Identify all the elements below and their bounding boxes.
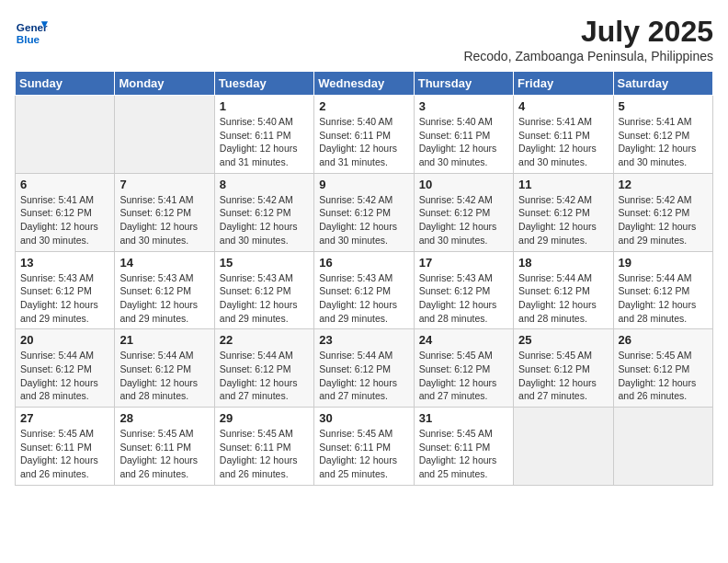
day-number: 13 bbox=[20, 256, 109, 270]
calendar-cell: 22Sunrise: 5:44 AMSunset: 6:12 PMDayligh… bbox=[214, 329, 313, 408]
day-info: Sunrise: 5:42 AMSunset: 6:12 PMDaylight:… bbox=[220, 193, 309, 247]
day-number: 31 bbox=[419, 411, 508, 425]
day-number: 4 bbox=[518, 99, 608, 113]
calendar-cell: 8Sunrise: 5:42 AMSunset: 6:12 PMDaylight… bbox=[214, 173, 313, 251]
day-number: 12 bbox=[619, 178, 708, 191]
day-info: Sunrise: 5:41 AMSunset: 6:11 PMDaylight:… bbox=[518, 115, 608, 169]
calendar-header-row: SundayMondayTuesdayWednesdayThursdayFrid… bbox=[16, 72, 713, 96]
day-info: Sunrise: 5:43 AMSunset: 6:12 PMDaylight:… bbox=[319, 271, 408, 326]
calendar-cell: 19Sunrise: 5:44 AMSunset: 6:12 PMDayligh… bbox=[613, 251, 712, 329]
day-number: 3 bbox=[419, 99, 508, 113]
day-info: Sunrise: 5:42 AMSunset: 6:12 PMDaylight:… bbox=[518, 193, 608, 247]
day-number: 17 bbox=[419, 256, 508, 270]
day-info: Sunrise: 5:44 AMSunset: 6:12 PMDaylight:… bbox=[319, 349, 408, 403]
calendar-cell: 23Sunrise: 5:44 AMSunset: 6:12 PMDayligh… bbox=[314, 329, 414, 408]
calendar-cell: 5Sunrise: 5:41 AMSunset: 6:12 PMDaylight… bbox=[613, 96, 712, 174]
calendar-cell: 17Sunrise: 5:43 AMSunset: 6:12 PMDayligh… bbox=[414, 251, 513, 329]
calendar-week-1: 1Sunrise: 5:40 AMSunset: 6:11 PMDaylight… bbox=[16, 96, 713, 174]
day-info: Sunrise: 5:45 AMSunset: 6:11 PMDaylight:… bbox=[419, 427, 508, 481]
calendar-cell bbox=[613, 408, 712, 486]
day-info: Sunrise: 5:41 AMSunset: 6:12 PMDaylight:… bbox=[20, 193, 109, 247]
day-number: 30 bbox=[319, 411, 408, 425]
location-subtitle: Recodo, Zamboanga Peninsula, Philippines bbox=[463, 49, 713, 63]
column-header-tuesday: Tuesday bbox=[214, 72, 313, 96]
day-number: 16 bbox=[319, 256, 408, 270]
calendar-cell: 10Sunrise: 5:42 AMSunset: 6:12 PMDayligh… bbox=[414, 173, 513, 251]
day-info: Sunrise: 5:40 AMSunset: 6:11 PMDaylight:… bbox=[419, 115, 508, 169]
day-info: Sunrise: 5:45 AMSunset: 6:11 PMDaylight:… bbox=[119, 427, 209, 481]
day-number: 27 bbox=[20, 411, 109, 425]
calendar-cell bbox=[16, 96, 115, 174]
day-info: Sunrise: 5:43 AMSunset: 6:12 PMDaylight:… bbox=[220, 271, 309, 326]
calendar-cell: 29Sunrise: 5:45 AMSunset: 6:11 PMDayligh… bbox=[214, 408, 313, 486]
column-header-saturday: Saturday bbox=[613, 72, 712, 96]
calendar-cell: 15Sunrise: 5:43 AMSunset: 6:12 PMDayligh… bbox=[214, 251, 313, 329]
calendar-cell: 18Sunrise: 5:44 AMSunset: 6:12 PMDayligh… bbox=[514, 251, 613, 329]
day-info: Sunrise: 5:42 AMSunset: 6:12 PMDaylight:… bbox=[319, 193, 408, 247]
day-number: 6 bbox=[20, 178, 109, 191]
day-number: 10 bbox=[419, 178, 508, 191]
month-year-title: July 2025 bbox=[463, 15, 713, 49]
day-number: 23 bbox=[319, 333, 408, 347]
day-info: Sunrise: 5:45 AMSunset: 6:12 PMDaylight:… bbox=[619, 349, 708, 403]
calendar-cell: 21Sunrise: 5:44 AMSunset: 6:12 PMDayligh… bbox=[115, 329, 214, 408]
day-info: Sunrise: 5:45 AMSunset: 6:11 PMDaylight:… bbox=[20, 427, 109, 481]
calendar-cell: 20Sunrise: 5:44 AMSunset: 6:12 PMDayligh… bbox=[16, 329, 115, 408]
day-info: Sunrise: 5:42 AMSunset: 6:12 PMDaylight:… bbox=[419, 193, 508, 247]
day-info: Sunrise: 5:45 AMSunset: 6:12 PMDaylight:… bbox=[419, 349, 508, 403]
calendar-cell: 2Sunrise: 5:40 AMSunset: 6:11 PMDaylight… bbox=[314, 96, 414, 174]
day-number: 20 bbox=[20, 333, 109, 347]
day-info: Sunrise: 5:41 AMSunset: 6:12 PMDaylight:… bbox=[619, 115, 708, 169]
calendar-cell: 24Sunrise: 5:45 AMSunset: 6:12 PMDayligh… bbox=[414, 329, 513, 408]
calendar-cell: 31Sunrise: 5:45 AMSunset: 6:11 PMDayligh… bbox=[414, 408, 513, 486]
day-number: 22 bbox=[220, 333, 309, 347]
day-info: Sunrise: 5:43 AMSunset: 6:12 PMDaylight:… bbox=[119, 271, 209, 326]
column-header-thursday: Thursday bbox=[414, 72, 513, 96]
day-number: 26 bbox=[619, 333, 708, 347]
logo-icon: General Blue bbox=[15, 15, 48, 48]
day-info: Sunrise: 5:43 AMSunset: 6:12 PMDaylight:… bbox=[419, 271, 508, 326]
calendar-cell: 9Sunrise: 5:42 AMSunset: 6:12 PMDaylight… bbox=[314, 173, 414, 251]
day-number: 8 bbox=[220, 178, 309, 191]
calendar-cell: 3Sunrise: 5:40 AMSunset: 6:11 PMDaylight… bbox=[414, 96, 513, 174]
day-info: Sunrise: 5:44 AMSunset: 6:12 PMDaylight:… bbox=[220, 349, 309, 403]
day-number: 21 bbox=[119, 333, 209, 347]
day-number: 5 bbox=[619, 99, 708, 113]
calendar-cell: 12Sunrise: 5:42 AMSunset: 6:12 PMDayligh… bbox=[613, 173, 712, 251]
day-number: 11 bbox=[518, 178, 608, 191]
day-number: 29 bbox=[220, 411, 309, 425]
calendar-week-2: 6Sunrise: 5:41 AMSunset: 6:12 PMDaylight… bbox=[16, 173, 713, 251]
day-info: Sunrise: 5:45 AMSunset: 6:11 PMDaylight:… bbox=[220, 427, 309, 481]
logo: General Blue bbox=[15, 15, 48, 48]
day-number: 25 bbox=[518, 333, 608, 347]
calendar-table: SundayMondayTuesdayWednesdayThursdayFrid… bbox=[15, 71, 713, 486]
calendar-cell: 16Sunrise: 5:43 AMSunset: 6:12 PMDayligh… bbox=[314, 251, 414, 329]
calendar-week-5: 27Sunrise: 5:45 AMSunset: 6:11 PMDayligh… bbox=[16, 408, 713, 486]
day-info: Sunrise: 5:43 AMSunset: 6:12 PMDaylight:… bbox=[20, 271, 109, 326]
day-number: 18 bbox=[518, 256, 608, 270]
calendar-cell: 4Sunrise: 5:41 AMSunset: 6:11 PMDaylight… bbox=[514, 96, 613, 174]
calendar-cell: 26Sunrise: 5:45 AMSunset: 6:12 PMDayligh… bbox=[613, 329, 712, 408]
day-info: Sunrise: 5:45 AMSunset: 6:11 PMDaylight:… bbox=[319, 427, 408, 481]
calendar-cell: 7Sunrise: 5:41 AMSunset: 6:12 PMDaylight… bbox=[115, 173, 214, 251]
calendar-cell: 30Sunrise: 5:45 AMSunset: 6:11 PMDayligh… bbox=[314, 408, 414, 486]
calendar-week-3: 13Sunrise: 5:43 AMSunset: 6:12 PMDayligh… bbox=[16, 251, 713, 329]
day-number: 15 bbox=[220, 256, 309, 270]
column-header-wednesday: Wednesday bbox=[314, 72, 414, 96]
day-info: Sunrise: 5:40 AMSunset: 6:11 PMDaylight:… bbox=[319, 115, 408, 169]
column-header-monday: Monday bbox=[115, 72, 214, 96]
column-header-friday: Friday bbox=[514, 72, 613, 96]
day-number: 24 bbox=[419, 333, 508, 347]
day-number: 14 bbox=[119, 256, 209, 270]
day-info: Sunrise: 5:44 AMSunset: 6:12 PMDaylight:… bbox=[20, 349, 109, 403]
svg-text:Blue: Blue bbox=[17, 33, 40, 45]
day-info: Sunrise: 5:44 AMSunset: 6:12 PMDaylight:… bbox=[518, 271, 608, 326]
day-number: 19 bbox=[619, 256, 708, 270]
calendar-cell bbox=[115, 96, 214, 174]
calendar-cell bbox=[514, 408, 613, 486]
column-header-sunday: Sunday bbox=[16, 72, 115, 96]
day-number: 28 bbox=[119, 411, 209, 425]
day-info: Sunrise: 5:45 AMSunset: 6:12 PMDaylight:… bbox=[518, 349, 608, 403]
day-number: 1 bbox=[220, 99, 309, 113]
day-info: Sunrise: 5:44 AMSunset: 6:12 PMDaylight:… bbox=[619, 271, 708, 326]
